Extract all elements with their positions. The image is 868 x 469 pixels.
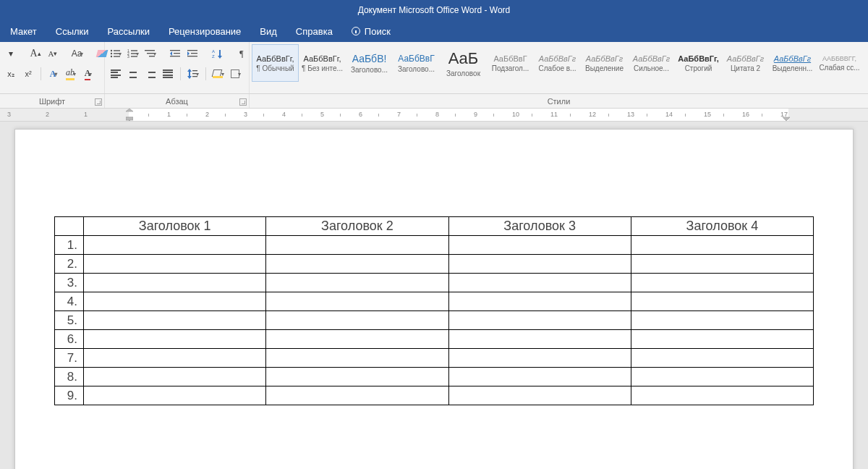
table-row-index[interactable]: 1. <box>55 236 84 255</box>
table-row-index[interactable]: 3. <box>55 274 84 292</box>
table-row-index[interactable]: 7. <box>55 349 84 368</box>
style-card-0[interactable]: АаБбВвГг,¶ Обычный <box>252 44 299 82</box>
tab-help[interactable]: Справка <box>293 22 336 41</box>
tab-mailings[interactable]: Рассылки <box>105 22 153 41</box>
highlight-button[interactable]: ab▾ <box>64 67 77 80</box>
borders-button[interactable]: ▾ <box>229 67 242 80</box>
table-cell[interactable] <box>631 386 813 405</box>
table-header-cell[interactable]: Заголовок 4 <box>631 217 813 236</box>
text-effects-button[interactable]: A▾ <box>47 67 60 80</box>
tab-review[interactable]: Рецензирование <box>166 22 244 41</box>
table-cell[interactable] <box>84 330 266 349</box>
style-card-5[interactable]: АаБбВвГПодзагол... <box>487 44 534 82</box>
change-case-button[interactable]: Aa▾ <box>71 47 84 60</box>
decrease-indent-button[interactable] <box>169 47 182 60</box>
subscript-button[interactable]: x₂ <box>4 67 17 80</box>
table-cell[interactable] <box>266 255 448 274</box>
superscript-button[interactable]: x² <box>22 67 35 80</box>
table-row-index[interactable]: 5. <box>55 311 84 330</box>
table-cell[interactable] <box>84 349 266 368</box>
table-cell[interactable] <box>631 274 813 292</box>
grow-font-button[interactable]: A▴ <box>29 47 42 60</box>
table-cell[interactable] <box>84 292 266 311</box>
paragraph-dialog-launcher[interactable] <box>239 98 247 106</box>
table-cell[interactable] <box>631 292 813 311</box>
table-cell[interactable] <box>266 330 448 349</box>
table-cell[interactable] <box>84 274 266 292</box>
styles-gallery[interactable]: АаБбВвГг,¶ ОбычныйАаБбВвГг,¶ Без инте...… <box>250 42 868 93</box>
table-cell[interactable] <box>448 274 631 292</box>
align-center-button[interactable] <box>127 67 140 80</box>
shading-button[interactable]: ▾ <box>212 67 225 80</box>
table-cell[interactable] <box>84 255 266 274</box>
table-cell[interactable] <box>448 292 631 311</box>
table-cell[interactable] <box>266 386 448 405</box>
table-row-index[interactable]: 4. <box>55 292 84 311</box>
table-cell[interactable] <box>266 349 448 368</box>
page[interactable]: Заголовок 1Заголовок 2Заголовок 3Заголов… <box>14 129 854 469</box>
align-left-button[interactable] <box>109 67 122 80</box>
style-card-4[interactable]: АаБЗаголовок <box>440 44 487 82</box>
table-row-index[interactable]: 9. <box>55 386 84 405</box>
table-row-index[interactable]: 2. <box>55 255 84 274</box>
style-card-3[interactable]: АаБбВвГЗаголово... <box>393 44 440 82</box>
numbering-button[interactable]: 123▾ <box>127 47 140 60</box>
table-cell[interactable] <box>448 368 631 386</box>
table-cell[interactable] <box>631 368 813 386</box>
font-size-down-icon[interactable]: ▾ <box>4 47 17 60</box>
style-card-1[interactable]: АаБбВвГг,¶ Без инте... <box>299 44 346 82</box>
document-area[interactable]: Заголовок 1Заголовок 2Заголовок 3Заголов… <box>0 122 868 469</box>
table-cell[interactable] <box>631 255 813 274</box>
style-card-10[interactable]: АаБбВвГгЦитата 2 <box>722 44 769 82</box>
table-cell[interactable] <box>631 349 813 368</box>
style-card-7[interactable]: АаБбВвГгВыделение <box>581 44 628 82</box>
table-cell[interactable] <box>84 368 266 386</box>
tab-layout[interactable]: Макет <box>7 22 40 41</box>
table-cell[interactable] <box>266 292 448 311</box>
table-cell[interactable] <box>84 311 266 330</box>
align-right-button[interactable] <box>144 67 157 80</box>
tellme-search[interactable]: Поиск <box>349 22 393 41</box>
style-card-2[interactable]: АаБбВ!Заголово... <box>346 44 393 82</box>
table-cell[interactable] <box>631 311 813 330</box>
tab-view[interactable]: Вид <box>257 22 280 41</box>
table-cell[interactable] <box>266 368 448 386</box>
line-spacing-button[interactable]: ▾ <box>187 67 200 80</box>
tab-references[interactable]: Ссылки <box>53 22 92 41</box>
style-card-9[interactable]: АаБбВвГг,Строгий <box>675 44 722 82</box>
table-header-cell[interactable]: Заголовок 2 <box>266 217 448 236</box>
table-cell[interactable] <box>448 330 631 349</box>
table-header-cell[interactable]: Заголовок 1 <box>84 217 266 236</box>
multilevel-list-button[interactable]: ▾ <box>144 47 157 60</box>
table-cell[interactable] <box>448 386 631 405</box>
table-cell[interactable] <box>84 386 266 405</box>
table-cell[interactable] <box>266 236 448 255</box>
table-cell[interactable] <box>266 274 448 292</box>
shrink-font-button[interactable]: A▾ <box>46 47 59 60</box>
table-cell[interactable] <box>448 255 631 274</box>
style-card-6[interactable]: АаБбВвГгСлабое в... <box>534 44 581 82</box>
font-color-button[interactable]: A▾ <box>82 67 95 80</box>
table-cell[interactable] <box>266 311 448 330</box>
style-card-11[interactable]: АаБбВвГгВыделенн... <box>769 44 816 82</box>
style-card-12[interactable]: ААББВВГГ,Слабая сс... <box>816 44 863 82</box>
font-dialog-launcher[interactable] <box>95 98 102 106</box>
increase-indent-button[interactable] <box>186 47 199 60</box>
indent-marker-left[interactable] <box>126 109 133 122</box>
table-cell[interactable] <box>631 236 813 255</box>
table-corner-cell[interactable] <box>55 217 84 236</box>
table-cell[interactable] <box>448 311 631 330</box>
align-justify-button[interactable] <box>161 67 174 80</box>
bullets-button[interactable]: ▾ <box>109 47 122 60</box>
table-cell[interactable] <box>631 330 813 349</box>
table-header-cell[interactable]: Заголовок 3 <box>448 217 631 236</box>
style-card-8[interactable]: АаБбВвГгСильное... <box>628 44 675 82</box>
horizontal-ruler[interactable]: 3211234567891011121314151617 <box>0 109 868 122</box>
table-row-index[interactable]: 6. <box>55 330 84 349</box>
sort-button[interactable]: AZ <box>210 47 224 60</box>
table-row-index[interactable]: 8. <box>55 368 84 386</box>
document-table[interactable]: Заголовок 1Заголовок 2Заголовок 3Заголов… <box>54 216 814 405</box>
table-cell[interactable] <box>448 349 631 368</box>
table-cell[interactable] <box>84 236 266 255</box>
table-cell[interactable] <box>448 236 631 255</box>
